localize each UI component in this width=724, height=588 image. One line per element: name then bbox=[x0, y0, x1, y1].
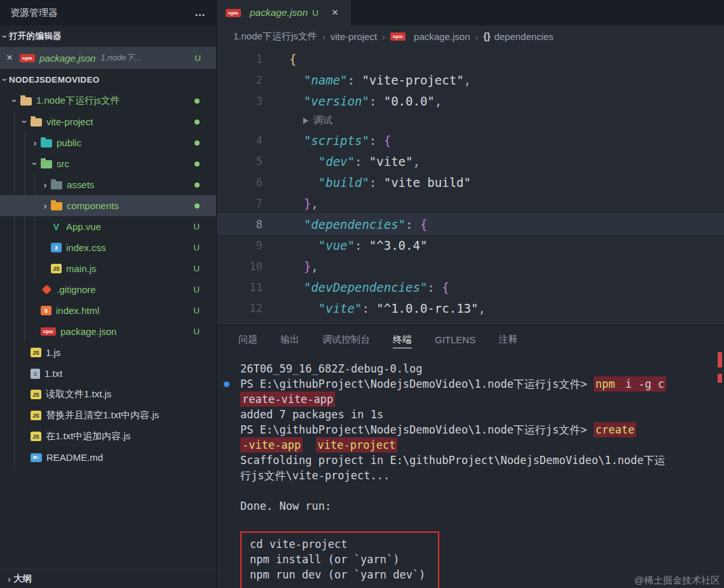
git-modified-dot bbox=[195, 182, 200, 188]
tab-package-json[interactable]: npm package.json U bbox=[217, 0, 351, 25]
git-modified-dot bbox=[195, 140, 200, 146]
code-line[interactable]: 11 "devDependencies": { bbox=[217, 277, 724, 297]
code-line[interactable]: 7 }, bbox=[217, 193, 724, 214]
file-tree: 1.node下运行js文件vite-projectpublicsrcassets… bbox=[0, 90, 216, 468]
panel-tab[interactable]: 问题 bbox=[238, 325, 257, 353]
scrollbar-annotation bbox=[718, 374, 722, 383]
js-icon: JS bbox=[31, 432, 41, 441]
indent-guide bbox=[29, 237, 39, 258]
close-icon[interactable] bbox=[6, 51, 17, 64]
tree-item-label: index.html bbox=[56, 305, 99, 316]
git-status-badge: U bbox=[193, 306, 200, 315]
terminal[interactable]: 26T06_59_16_682Z-debug-0.logPS E:\github… bbox=[217, 356, 714, 588]
panel-tab[interactable]: GITLENS bbox=[435, 325, 475, 353]
panel-tabs: 问题输出调试控制台终端GITLENS注释 bbox=[217, 325, 724, 353]
indent-guide bbox=[29, 174, 39, 195]
tree-item-label: 替换并且清空1.txt中内容.js bbox=[46, 409, 159, 421]
js-icon: JS bbox=[31, 390, 41, 399]
tree-item-label: src bbox=[57, 158, 69, 169]
code-area[interactable]: 1{2 "name": "vite-project",3 "version": … bbox=[217, 47, 724, 325]
tree-item[interactable]: JSmain.jsU bbox=[0, 258, 216, 279]
tree-item[interactable]: M↓README.md bbox=[0, 447, 216, 468]
tree-item[interactable]: npmpackage.jsonU bbox=[0, 321, 216, 342]
code-line[interactable]: 2 "name": "vite-project", bbox=[217, 69, 724, 90]
line-number: 11 bbox=[217, 281, 263, 294]
tree-item[interactable]: 3index.cssU bbox=[0, 237, 216, 258]
tree-item[interactable]: JS读取文件1.txt.js bbox=[0, 384, 216, 405]
code-line[interactable]: 6 "build": "vite build" bbox=[217, 172, 724, 193]
panel-tab[interactable]: 终端 bbox=[393, 325, 412, 353]
tree-item[interactable]: assets bbox=[0, 174, 216, 195]
indent-guide bbox=[9, 258, 19, 279]
open-editor-item[interactable]: npm package.json 1.node下... U bbox=[0, 47, 216, 69]
terminal-line: npm run dev (or `yarn dev`) bbox=[250, 567, 425, 582]
tree-item[interactable]: VApp.vueU bbox=[0, 216, 216, 237]
code-line[interactable]: 4 "scripts": { bbox=[217, 130, 724, 151]
codelens-debug[interactable]: 调试 bbox=[217, 111, 724, 130]
panel-tab[interactable]: 调试控制台 bbox=[322, 325, 370, 353]
vue-icon: V bbox=[51, 222, 62, 231]
open-editors-header[interactable]: 打开的编辑器 bbox=[0, 25, 216, 47]
outline-section[interactable]: 大纲 bbox=[0, 569, 216, 588]
tree-item-label: components bbox=[67, 200, 119, 211]
git-status-badge: U bbox=[193, 327, 200, 336]
terminal-line: Done. Now run: bbox=[240, 498, 714, 514]
tree-item[interactable]: JS替换并且清空1.txt中内容.js bbox=[0, 405, 216, 426]
tree-item[interactable]: vite-project bbox=[0, 111, 216, 132]
open-editor-name: package.json bbox=[39, 53, 95, 64]
breadcrumb-item[interactable]: {}dependencies bbox=[483, 31, 553, 42]
code-line[interactable]: 8 "dependencies": { bbox=[217, 214, 724, 235]
chevron-right-icon bbox=[39, 200, 51, 211]
code-line[interactable]: 10 }, bbox=[217, 256, 724, 277]
close-icon[interactable] bbox=[332, 6, 342, 19]
panel-tab[interactable]: 输出 bbox=[280, 325, 299, 353]
npm-icon: npm bbox=[226, 9, 241, 17]
workspace-header[interactable]: NODEJSDEMOVIDEO bbox=[0, 69, 216, 90]
code-line[interactable]: 1{ bbox=[217, 48, 724, 69]
outline-label: 大纲 bbox=[13, 573, 32, 585]
npm-icon: npm bbox=[390, 32, 406, 41]
workspace-label: NODEJSDEMOVIDEO bbox=[9, 75, 100, 85]
tree-item[interactable]: components bbox=[0, 195, 216, 216]
breadcrumb-item[interactable]: 1.node下运行js文件 bbox=[233, 31, 317, 43]
tree-item[interactable]: src bbox=[0, 153, 216, 174]
tree-item[interactable]: 1.node下运行js文件 bbox=[0, 90, 216, 111]
code-text: "vue": "^3.0.4" bbox=[263, 238, 427, 252]
terminal-line: reate-vite-app bbox=[240, 392, 714, 407]
indent-guide bbox=[9, 132, 19, 153]
code-line[interactable]: 9 "vue": "^3.0.4" bbox=[217, 235, 724, 256]
git-modified-dot bbox=[195, 203, 200, 209]
more-actions-icon[interactable] bbox=[195, 6, 206, 19]
terminal-line: added 7 packages in 1s bbox=[240, 407, 714, 422]
line-number: 2 bbox=[217, 74, 263, 86]
indent-guide bbox=[9, 111, 19, 132]
tree-item[interactable]: .gitignoreU bbox=[0, 279, 216, 300]
code-line[interactable]: 12 "vite": "^1.0.0-rc.13", bbox=[217, 297, 724, 318]
tree-item[interactable]: public bbox=[0, 132, 216, 153]
tree-item[interactable]: 5index.htmlU bbox=[0, 300, 216, 321]
indent-guide bbox=[19, 237, 29, 258]
editor-area: npm package.json U 1.node下运行js文件vite-pro… bbox=[217, 0, 724, 588]
code-text: "build": "vite build" bbox=[263, 175, 471, 189]
tree-item[interactable]: ≡1.txt bbox=[0, 363, 216, 384]
git-status-badge: U bbox=[195, 53, 201, 63]
breadcrumb-item[interactable]: npmpackage.json bbox=[390, 31, 470, 42]
tree-item-label: README.md bbox=[46, 452, 103, 463]
tree-item[interactable]: JS在1.txt中追加内容.js bbox=[0, 426, 216, 447]
md-icon: M↓ bbox=[31, 453, 42, 462]
breadcrumb-item[interactable]: vite-project bbox=[331, 31, 377, 42]
terminal-line: npm install (or `yarn`) bbox=[250, 552, 425, 567]
chevron-right-icon bbox=[39, 179, 51, 190]
terminal-line bbox=[240, 514, 714, 529]
code-line[interactable]: 5 "dev": "vite", bbox=[217, 151, 724, 172]
git-modified-dot bbox=[195, 120, 200, 125]
chevron-right-icon bbox=[8, 573, 11, 584]
indent-guide bbox=[9, 237, 19, 258]
indent-guide bbox=[29, 195, 39, 216]
indent-guide bbox=[9, 279, 19, 300]
code-line[interactable]: 3 "version": "0.0.0", bbox=[217, 90, 724, 111]
tree-item[interactable]: JS1.js bbox=[0, 342, 216, 363]
terminal-line: 行js文件\vite-project... bbox=[240, 468, 714, 483]
folder-icon bbox=[20, 97, 32, 106]
panel-tab[interactable]: 注释 bbox=[498, 325, 517, 353]
